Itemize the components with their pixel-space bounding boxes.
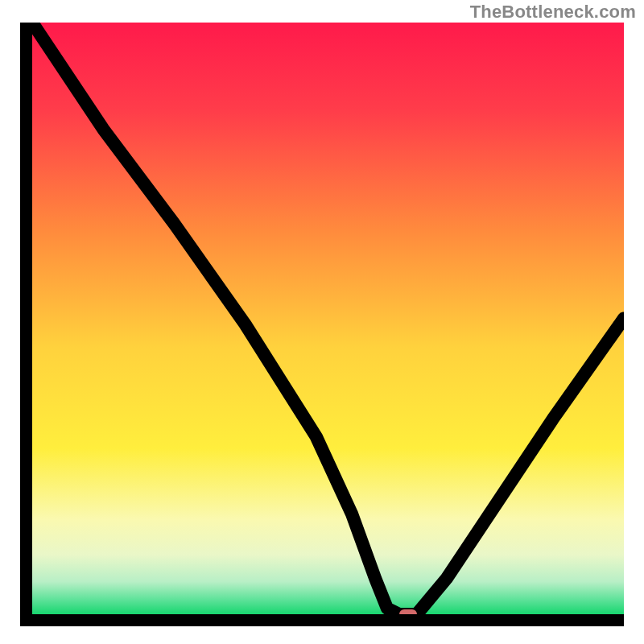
plot-area <box>32 23 624 614</box>
plot-outer-border <box>20 23 624 626</box>
gradient-background <box>32 23 624 614</box>
chart-svg <box>32 23 624 614</box>
optimal-point-marker <box>399 609 417 614</box>
chart-frame: TheBottleneck.com <box>0 0 644 644</box>
watermark-text: TheBottleneck.com <box>470 2 636 23</box>
